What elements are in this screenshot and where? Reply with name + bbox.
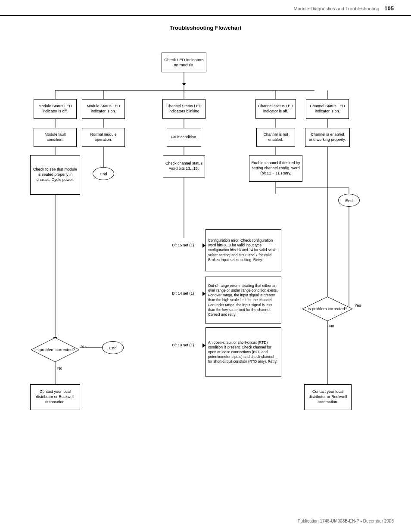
ch-status-blink-box: Channel Status LED indicators blinking: [162, 99, 206, 119]
page-content: Troubleshooting Flowchart: [0, 16, 411, 505]
enable-channel-box: Enable channel if desired by setting cha…: [249, 155, 302, 182]
ch-enabled-working-box: Channel is enabled and working properly.: [305, 128, 350, 147]
check-channel-bits-box: Check channel status word bits 13...15.: [163, 155, 205, 177]
mod-status-on-box: Module Status LED indicator is on.: [82, 99, 125, 119]
ch-not-enabled-box: Channel is not enabled.: [256, 128, 295, 147]
flowchart: Check LED indicators on module. Module S…: [17, 40, 394, 492]
page-header: Module Diagnostics and Troubleshooting 1…: [0, 0, 411, 16]
page-number: 105: [384, 5, 394, 12]
end-oval-1: End: [93, 167, 114, 180]
bit13-text-box: An open-circuit or short-circuit (RTD) c…: [206, 327, 281, 377]
page-footer: Publication 1746-UM008B-EN-P - December …: [298, 519, 394, 523]
end-oval-2: End: [338, 194, 360, 207]
svg-marker-40: [202, 292, 206, 296]
yes-label-2: Yes: [355, 303, 361, 308]
bit15-text-box: Configuration error. Check configuration…: [206, 229, 281, 271]
contact-2-box: Contact your local distributor or Rockwe…: [304, 384, 352, 410]
bit14-text-box: Out-of-range error indicating that eithe…: [206, 277, 281, 324]
bit15-label-box: Bit 15 set (1): [164, 239, 202, 252]
fault-cond-box: Fault condition.: [167, 128, 201, 147]
is-problem-corrected-2: Is problem corrected?: [302, 296, 353, 322]
end-oval-3: End: [102, 341, 124, 354]
bit13-label-box: Bit 13 set (1): [164, 339, 202, 352]
check-module-box: Check to see that module is seated prope…: [30, 155, 80, 195]
no-label-1: No: [57, 366, 62, 370]
ch-status-on-box: Channel Status LED indicator is on.: [306, 99, 349, 119]
no-label-2: No: [329, 324, 334, 328]
contact-1-box: Contact your local distributor or Rockwe…: [30, 384, 80, 410]
mod-status-off-box: Module Status LED indicator is off.: [34, 99, 77, 119]
mod-fault-box: Module fault condition.: [34, 128, 77, 147]
section-title: Module Diagnostics and Troubleshooting: [294, 6, 380, 11]
page-title: Troubleshooting Flowchart: [17, 25, 394, 31]
svg-marker-1: [182, 83, 186, 86]
svg-marker-38: [202, 243, 206, 248]
is-problem-corrected-1: Is problem corrected?: [30, 337, 80, 363]
bit14-label-box: Bit 14 set (1): [164, 287, 202, 300]
ch-status-off-box: Channel Status LED indicator is off.: [255, 99, 296, 119]
normal-op-box: Normal module operation.: [82, 128, 125, 147]
yes-label-1: Yes: [81, 345, 87, 349]
svg-marker-42: [202, 343, 206, 348]
start-box: Check LED indicators on module.: [162, 53, 206, 72]
